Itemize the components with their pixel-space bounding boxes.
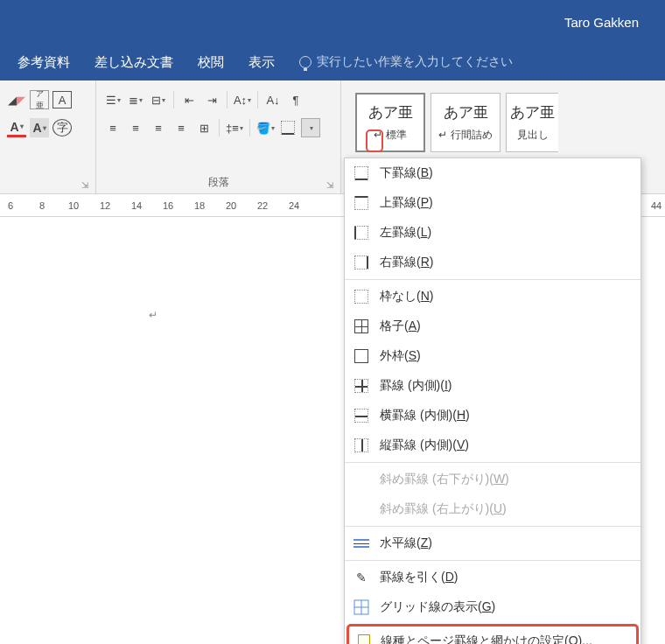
tab-view[interactable]: 表示 — [248, 54, 275, 71]
menu-diagonal-down: 斜め罫線 (右下がり)(W) — [345, 465, 640, 494]
menu-border-inside-h[interactable]: 横罫線 (内側)(H) — [345, 401, 640, 430]
show-marks-icon[interactable]: ¶ — [286, 90, 305, 109]
tab-review[interactable]: 校閲 — [198, 54, 224, 71]
menu-border-right[interactable]: 右罫線(R) — [345, 248, 640, 277]
sort-icon[interactable]: A↓ — [263, 90, 283, 109]
menu-draw-table[interactable]: ✎罫線を引く(D) — [345, 563, 640, 592]
enclose-char-icon[interactable]: 字 — [52, 119, 72, 136]
menu-border-inside[interactable]: 罫線 (内側)(I) — [345, 371, 640, 401]
style-normal[interactable]: あア亜 ↵ 標準 — [355, 93, 425, 152]
eraser-icon[interactable]: ◢◤ — [7, 90, 26, 109]
align-left-icon[interactable]: ≡ — [103, 118, 122, 137]
user-name: Taro Gakken — [564, 15, 639, 30]
highlight-icon[interactable]: A▾ — [30, 118, 49, 137]
increase-indent-icon[interactable]: ⇥ — [202, 90, 221, 109]
menu-border-inside-v[interactable]: 縦罫線 (内側)(V) — [345, 430, 640, 460]
highlight-box-settings: 線種とページ罫線と網かけの設定(O)... — [346, 624, 639, 644]
page-icon — [358, 634, 370, 645]
group-label-paragraph: 段落⇲ — [103, 173, 333, 192]
align-justify-icon[interactable]: ≡ — [172, 118, 191, 137]
menu-border-top[interactable]: 上罫線(P) — [345, 188, 640, 218]
style-no-spacing[interactable]: あア亜 ↵ 行間詰め — [430, 93, 500, 152]
style-heading[interactable]: あア亜 見出し — [506, 93, 558, 152]
menu-borders-shading-settings[interactable]: 線種とページ罫線と網かけの設定(O)... — [349, 626, 636, 644]
bullets-icon[interactable]: ☰▾ — [103, 90, 122, 109]
ribbon-tabs: 参考資料 差し込み文書 校閲 表示 実行したい作業を入力してください — [0, 44, 665, 80]
multilevel-icon[interactable]: ⊟▾ — [149, 90, 168, 109]
text-direction-icon[interactable]: A↕▾ — [233, 90, 252, 109]
borders-icon[interactable] — [278, 118, 298, 137]
dialog-launcher-icon[interactable]: ⇲ — [326, 180, 333, 190]
character-border-icon[interactable]: A — [52, 91, 72, 108]
line-spacing-icon[interactable]: ‡≡▾ — [225, 118, 244, 137]
menu-separator — [345, 560, 640, 561]
font-color-icon[interactable]: A▾ — [7, 118, 26, 137]
distribute-icon[interactable]: ⊞ — [194, 118, 214, 137]
align-center-icon[interactable]: ≡ — [126, 118, 145, 137]
menu-diagonal-up: 斜め罫線 (右上がり)(U) — [345, 494, 640, 524]
decrease-indent-icon[interactable]: ⇤ — [179, 90, 199, 109]
title-bar: Taro Gakken — [0, 0, 665, 44]
dialog-launcher-icon[interactable]: ⇲ — [81, 180, 88, 190]
tab-references[interactable]: 参考資料 — [18, 54, 70, 71]
group-label-font: ⇲ — [7, 176, 88, 192]
align-right-icon[interactable]: ≡ — [149, 118, 168, 137]
borders-dropdown-menu: 下罫線(B) 上罫線(P) 左罫線(L) 右罫線(R) 枠なし(N) 格子(A)… — [344, 158, 641, 644]
phonetic-guide-icon[interactable]: ア亜 — [30, 90, 49, 109]
shading-icon[interactable]: 🪣▾ — [256, 118, 275, 137]
tell-me-placeholder: 実行したい作業を入力してください — [317, 54, 513, 70]
borders-dropdown-button[interactable]: ▾ — [301, 118, 320, 137]
tell-me-search[interactable]: 実行したい作業を入力してください — [299, 54, 513, 70]
numbering-icon[interactable]: ≣▾ — [126, 90, 145, 109]
menu-separator — [345, 526, 640, 527]
menu-border-all[interactable]: 格子(A) — [345, 312, 640, 341]
menu-border-left[interactable]: 左罫線(L) — [345, 218, 640, 248]
menu-separator — [345, 279, 640, 280]
ribbon-group-paragraph: ☰▾ ≣▾ ⊟▾ ⇤ ⇥ A↕▾ A↓ ¶ ≡ ≡ ≡ ≡ ⊞ ‡≡▾ — [96, 80, 341, 193]
menu-separator — [345, 462, 640, 463]
menu-border-none[interactable]: 枠なし(N) — [345, 282, 640, 312]
menu-border-bottom[interactable]: 下罫線(B) — [345, 158, 640, 188]
ribbon-group-font-extra: ◢◤ ア亜 A A▾ A▾ 字 ⇲ — [0, 80, 96, 193]
menu-view-gridlines[interactable]: グリッド線の表示(G) — [345, 592, 640, 622]
menu-horizontal-line[interactable]: 水平線(Z) — [345, 528, 640, 558]
menu-border-outside[interactable]: 外枠(S) — [345, 341, 640, 371]
lightbulb-icon — [299, 56, 312, 68]
pencil-icon: ✎ — [354, 570, 369, 585]
tab-mailings[interactable]: 差し込み文書 — [94, 54, 173, 71]
paragraph-mark-icon: ↵ — [149, 309, 158, 321]
